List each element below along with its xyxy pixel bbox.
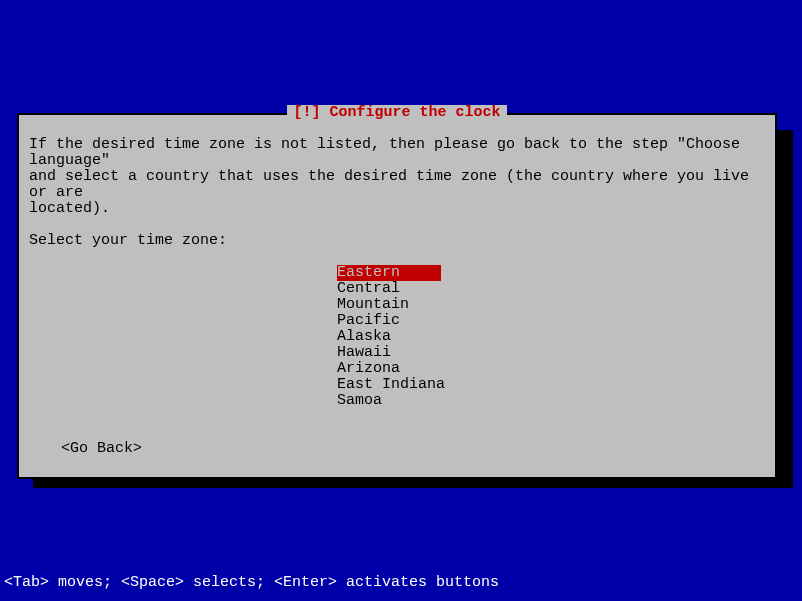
timezone-option-arizona[interactable]: Arizona xyxy=(337,360,400,377)
timezone-option-mountain[interactable]: Mountain xyxy=(337,296,409,313)
go-back-button[interactable]: <Go Back> xyxy=(61,441,765,457)
timezone-option-east-indiana[interactable]: East Indiana xyxy=(337,376,445,393)
footer-hint: <Tab> moves; <Space> selects; <Enter> ac… xyxy=(4,575,499,591)
timezone-option-hawaii[interactable]: Hawaii xyxy=(337,344,391,361)
help-line-2: and select a country that uses the desir… xyxy=(29,168,758,201)
timezone-option-pacific[interactable]: Pacific xyxy=(337,312,400,329)
dialog-title: [!] Configure the clock xyxy=(287,105,506,121)
dialog-title-wrap: [!] Configure the clock xyxy=(19,105,775,121)
timezone-option-samoa[interactable]: Samoa xyxy=(337,392,382,409)
timezone-option-eastern[interactable]: Eastern xyxy=(337,265,441,281)
timezone-option-central[interactable]: Central xyxy=(337,280,400,297)
help-line-3: located). xyxy=(29,200,110,217)
timezone-option-alaska[interactable]: Alaska xyxy=(337,328,391,345)
timezone-prompt: Select your time zone: xyxy=(29,233,765,249)
help-text: If the desired time zone is not listed, … xyxy=(29,137,765,217)
help-line-1: If the desired time zone is not listed, … xyxy=(29,136,749,169)
config-clock-dialog: [!] Configure the clock If the desired t… xyxy=(17,113,777,479)
timezone-list[interactable]: Eastern Central Mountain Pacific Alaska … xyxy=(337,265,457,409)
